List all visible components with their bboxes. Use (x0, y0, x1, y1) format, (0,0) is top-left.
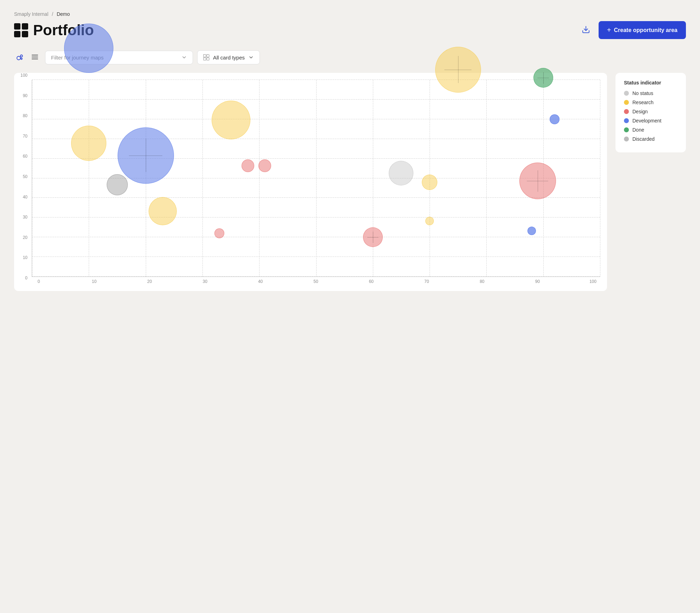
svg-rect-10 (207, 58, 209, 60)
legend-dot (624, 137, 629, 141)
y-axis-label: 20 (16, 235, 27, 240)
chart-area: 0102030405060708090100 01020304050607080… (14, 73, 607, 291)
y-axis-label: 90 (16, 93, 27, 98)
grid-line-vertical (32, 80, 32, 277)
page-header: Portfolio + Create opportunity area (14, 21, 686, 39)
bubble[interactable] (212, 101, 250, 139)
list-view-button[interactable] (29, 51, 41, 64)
y-axis-label: 30 (16, 215, 27, 220)
chart-container: 0102030405060708090100 01020304050607080… (14, 73, 686, 291)
grid-line-horizontal (32, 139, 600, 139)
bubble[interactable] (64, 24, 113, 73)
y-axis-label: 0 (16, 276, 27, 280)
bubble[interactable] (550, 114, 560, 124)
legend-item: Discarded (624, 136, 677, 142)
legend-label: Design (632, 109, 648, 114)
legend-area: Status indicator No status Research Desi… (615, 73, 686, 152)
bubble[interactable] (107, 174, 128, 195)
scatter-chart: 0102030405060708090100 (32, 80, 600, 284)
y-axis-label: 50 (16, 174, 27, 179)
breadcrumb-separator: / (52, 11, 53, 17)
grid-line-vertical (89, 80, 89, 277)
legend-item: Done (624, 127, 677, 133)
breadcrumb-current: Demo (57, 11, 70, 17)
bubble[interactable] (214, 228, 224, 238)
grid-line-vertical (202, 80, 203, 277)
legend-title: Status indicator (624, 80, 677, 86)
x-axis-label: 40 (254, 279, 268, 284)
x-axis-label: 90 (531, 279, 545, 284)
bubble[interactable] (527, 227, 536, 235)
legend-item: Development (624, 118, 677, 124)
bubble[interactable] (242, 159, 254, 172)
grid-line-vertical (259, 80, 260, 277)
svg-point-2 (20, 55, 23, 57)
y-axis-label: 100 (16, 73, 27, 78)
legend-label: No status (632, 90, 653, 96)
card-types-icon (203, 54, 210, 61)
y-axis-labels: 0102030405060708090100 (16, 73, 27, 280)
bubble[interactable] (422, 175, 437, 190)
bubble[interactable] (149, 197, 177, 225)
legend-item: No status (624, 90, 677, 96)
grid-line-horizontal (32, 119, 600, 119)
view-toggle (14, 51, 41, 64)
download-button[interactable] (579, 23, 593, 38)
plus-icon: + (607, 26, 611, 34)
bubble[interactable] (425, 217, 434, 225)
bubble[interactable] (435, 47, 481, 93)
bubble-view-button[interactable] (14, 51, 26, 64)
card-type-filter[interactable]: All card types (197, 50, 260, 64)
header-actions: + Create opportunity area (579, 21, 686, 39)
svg-rect-5 (32, 56, 38, 57)
x-axis-label: 30 (198, 279, 212, 284)
bubble[interactable] (519, 163, 556, 199)
breadcrumb: Smaply Internal / Demo (14, 11, 686, 17)
legend-label: Done (632, 127, 644, 133)
x-axis-label: 100 (586, 279, 600, 284)
y-axis-label: 80 (16, 113, 27, 118)
chevron-down-icon (181, 55, 187, 60)
bubble[interactable] (363, 227, 383, 247)
legend-item: Research (624, 100, 677, 105)
x-axis-labels: 0102030405060708090100 (32, 279, 600, 284)
x-axis-label: 50 (309, 279, 323, 284)
portfolio-icon (14, 23, 28, 37)
svg-point-3 (21, 58, 22, 59)
svg-rect-6 (32, 58, 38, 59)
create-opportunity-button[interactable]: + Create opportunity area (599, 21, 686, 39)
x-axis-label: 70 (420, 279, 434, 284)
bubble[interactable] (533, 68, 553, 88)
plot-area (32, 80, 600, 277)
svg-rect-8 (207, 55, 209, 57)
y-axis-label: 60 (16, 154, 27, 159)
x-axis-label: 80 (475, 279, 489, 284)
card-type-label: All card types (213, 55, 245, 61)
bubble[interactable] (118, 127, 174, 184)
legend-items: No status Research Design Development Do… (624, 90, 677, 142)
grid-line-vertical (486, 80, 487, 277)
legend-item: Design (624, 109, 677, 114)
legend-dot (624, 100, 629, 105)
toolbar: Filter for journey maps All card types (14, 50, 686, 64)
grid-line-vertical (316, 80, 317, 277)
x-axis-label: 0 (32, 279, 46, 284)
svg-point-1 (17, 56, 20, 60)
legend-label: Research (632, 100, 654, 105)
bubble[interactable] (71, 126, 106, 161)
grid-line-horizontal (32, 158, 600, 159)
grid-line-horizontal (32, 99, 600, 100)
x-axis-label: 20 (143, 279, 157, 284)
create-button-label: Create opportunity area (614, 27, 677, 33)
svg-rect-9 (204, 58, 206, 60)
legend-dot (624, 91, 629, 96)
grid-line-vertical (600, 80, 600, 277)
legend-label: Discarded (632, 136, 655, 142)
bubble[interactable] (389, 161, 413, 185)
legend-dot (624, 109, 629, 114)
grid-line-horizontal (32, 80, 600, 80)
grid-line-vertical (373, 80, 373, 277)
breadcrumb-parent[interactable]: Smaply Internal (14, 11, 48, 17)
bubble[interactable] (258, 159, 271, 172)
legend-label: Development (632, 118, 662, 124)
